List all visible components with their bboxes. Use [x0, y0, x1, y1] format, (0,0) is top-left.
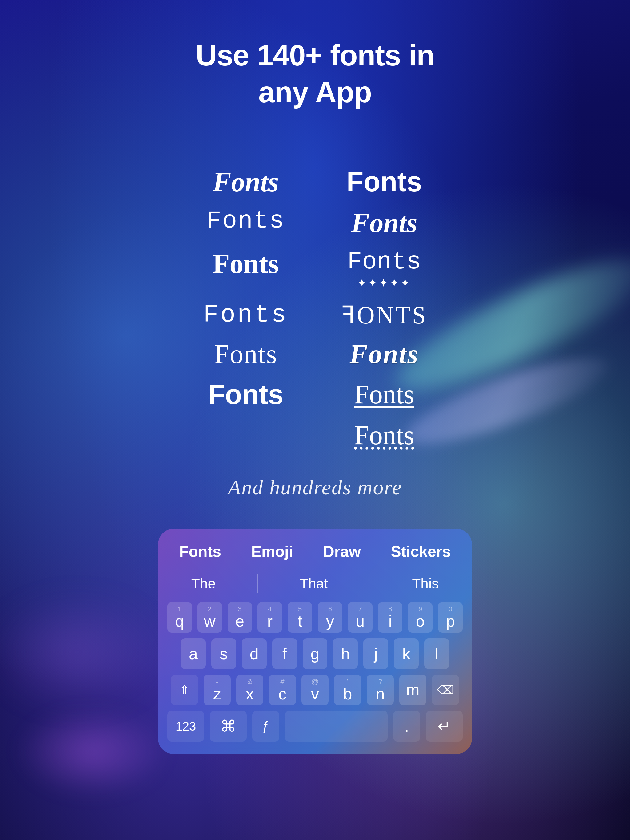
- font-samples-grid: Fonts Fonts Fonts Fonts Fonts Fonts ✦✦✦✦…: [177, 166, 453, 451]
- tagline: And hundreds more: [228, 475, 402, 500]
- font-sample-bold-italic: Fonts: [315, 207, 453, 238]
- font-sample-monospace: Fonts: [177, 207, 315, 238]
- font-sample-gothic: Fonts: [315, 338, 453, 369]
- font-sample-serif-stars: Fonts ✦✦✦✦✦: [315, 248, 453, 292]
- font-sample-thin-wide: Fonts: [177, 301, 315, 329]
- header-title: Use 140+ fonts in any App: [196, 37, 434, 111]
- font-sample-dotted-underline: Fonts: [315, 420, 453, 451]
- main-content: Use 140+ fonts in any App Fonts Fonts Fo…: [0, 0, 630, 840]
- font-sample-serif-bold: Fonts: [177, 248, 315, 292]
- font-sample-empty: [177, 420, 315, 451]
- font-sample-sans-bold: Fonts: [177, 379, 315, 411]
- font-sample-underline: Fonts: [315, 379, 453, 411]
- font-sample-bold-sans: Fonts: [315, 166, 453, 198]
- font-sample-decorative: ꟻONTS: [315, 301, 453, 329]
- font-sample-thin: Fonts: [177, 338, 315, 369]
- header: Use 140+ fonts in any App: [165, 37, 465, 111]
- font-sample-script: Fonts: [177, 166, 315, 198]
